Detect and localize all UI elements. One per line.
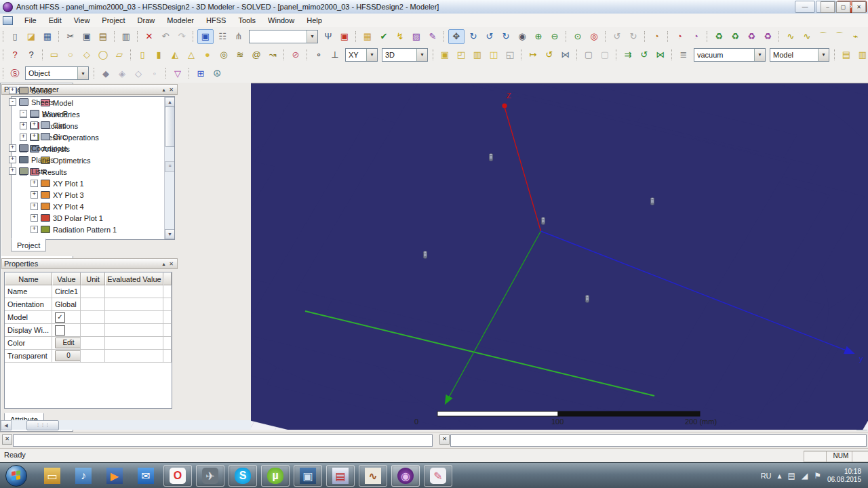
boolean-display-icon[interactable]: ⊞ ▾ xyxy=(193,66,208,80)
tray-network-icon[interactable]: ◢ xyxy=(802,471,808,481)
new-sheet-icon[interactable]: ▤ ▾ xyxy=(839,48,854,62)
selection-mode-combo[interactable]: Object ▾ xyxy=(25,66,89,80)
snap-arc-icon[interactable]: ⌒ ▾ xyxy=(816,30,831,43)
render-mode-icon[interactable]: ☮ ▾ xyxy=(210,66,224,80)
regenerate-all-icon[interactable]: ♻ ▾ xyxy=(728,30,743,43)
draw-cone-icon[interactable]: △ ▾ xyxy=(184,48,199,62)
draw-helix-icon[interactable]: ≋ ▾ xyxy=(233,48,248,62)
split-icon[interactable]: ◫ ▾ xyxy=(486,48,501,62)
subtract-icon[interactable]: ◰ ▾ xyxy=(454,48,469,62)
draw-rectangle-icon[interactable]: ▭ ▾ xyxy=(47,48,62,62)
draw-plane-icon[interactable]: ⊥ ▾ xyxy=(328,48,342,62)
move-icon[interactable]: ↦ ▾ xyxy=(526,48,540,62)
validate-icon[interactable]: ✔ ▾ xyxy=(376,30,391,43)
jet-icon[interactable]: ✈ xyxy=(196,465,224,487)
mdi-minimize-button[interactable]: – xyxy=(821,1,835,13)
expand-icon[interactable]: + xyxy=(9,144,16,152)
paint-icon[interactable]: ✎ xyxy=(424,465,452,487)
draw-torus-icon[interactable]: ◎ ▾ xyxy=(216,48,231,62)
opera-icon[interactable]: O xyxy=(163,465,192,487)
model-type-combo[interactable]: Model ▾ xyxy=(770,48,829,62)
rotate-screen-icon[interactable]: ↻ ▾ xyxy=(498,30,513,43)
draw-polyhedron-icon[interactable]: ◭ ▾ xyxy=(167,48,182,62)
select-vertex-icon[interactable]: ◦ ▾ xyxy=(147,66,162,80)
draw-polyline-icon[interactable]: ▱ ▾ xyxy=(112,48,127,62)
print-icon[interactable]: ▥ ▾ xyxy=(119,30,134,43)
draw-box-icon[interactable]: ▮ ▾ xyxy=(151,48,166,62)
menu-item[interactable]: Tools xyxy=(232,15,262,26)
snap-mode-icon[interactable]: ∿ ▾ xyxy=(783,30,798,43)
skype-icon[interactable]: S xyxy=(229,465,257,487)
select-object-icon[interactable]: ◆ ▾ xyxy=(98,66,113,80)
combo-dropdown-icon[interactable]: ▾ xyxy=(416,49,427,61)
menu-item[interactable]: Project xyxy=(96,15,131,26)
message-field-right[interactable] xyxy=(450,434,867,447)
validation-icon[interactable]: ▣ ▾ xyxy=(197,29,214,44)
separate-bodies-icon[interactable]: ◱ ▾ xyxy=(502,48,517,62)
draw-equation-curve-icon[interactable]: ↝ ▾ xyxy=(265,48,280,62)
volume-icon[interactable]: ♪ xyxy=(70,466,97,486)
expand-icon[interactable]: + xyxy=(31,121,38,129)
mirror-icon[interactable]: ⋈ ▾ xyxy=(558,48,573,62)
snap-grid-icon[interactable]: ∿ ▾ xyxy=(800,30,814,43)
edit-sources-icon[interactable]: ▣ ▾ xyxy=(337,30,352,43)
close-message-icon[interactable]: ✕ xyxy=(439,434,450,445)
snap-point-icon[interactable]: ⌁ ▾ xyxy=(848,30,863,43)
draw-circle-icon[interactable]: ○ ▾ xyxy=(63,48,78,62)
start-button[interactable] xyxy=(5,465,27,487)
undo-icon[interactable]: ↶ ▾ xyxy=(158,30,173,43)
results-icon[interactable]: ▨ ▾ xyxy=(409,30,424,43)
drawing-plane-combo[interactable]: XY ▾ xyxy=(345,48,378,62)
media-player-icon[interactable]: ▶ xyxy=(101,466,128,486)
explorer-icon[interactable]: ▭ xyxy=(39,466,66,486)
menu-item[interactable]: Edit xyxy=(43,15,68,26)
menu-item[interactable]: Help xyxy=(300,15,328,26)
duplicate-line-icon[interactable]: ⇉ ▾ xyxy=(620,48,635,62)
view-redo-icon[interactable]: ↻ ▾ xyxy=(626,30,641,43)
combo-dropdown-icon[interactable]: ▾ xyxy=(818,49,829,61)
rotate-model-icon[interactable]: ↻ ▾ xyxy=(466,30,481,43)
expand-icon[interactable]: + xyxy=(9,87,16,94)
select-edge-icon[interactable]: ◇ ▾ xyxy=(131,66,146,80)
redo-icon[interactable]: ↷ ▾ xyxy=(174,30,189,43)
menu-item[interactable]: File xyxy=(18,15,43,26)
zoom-out-icon[interactable]: ⊖ ▾ xyxy=(547,30,562,43)
draw-sweep-icon[interactable]: ⊘ ▾ xyxy=(288,48,303,62)
message-field-left[interactable] xyxy=(13,434,433,447)
combo-dropdown-icon[interactable]: ▾ xyxy=(307,30,317,43)
help-pointer-icon[interactable]: ? ▾ xyxy=(7,48,22,62)
profiles-icon[interactable]: ☷ ▾ xyxy=(215,30,230,43)
zoom-window-icon[interactable]: ⊙ ▾ xyxy=(570,30,585,43)
mail-icon[interactable]: ✉ xyxy=(132,466,159,486)
mdi-restore-button[interactable]: ▢ xyxy=(836,1,850,13)
draw-spiral-icon[interactable]: @ ▾ xyxy=(249,48,264,62)
cover-lines-icon[interactable]: ▢ ▾ xyxy=(581,48,596,62)
draw-polygon-icon[interactable]: ◇ ▾ xyxy=(79,48,94,62)
rotate-copy-icon[interactable]: ↺ ▾ xyxy=(542,48,557,62)
combo-dropdown-icon[interactable]: ▾ xyxy=(366,49,377,61)
expand-icon[interactable]: + xyxy=(9,167,16,175)
unite-icon[interactable]: ▣ ▾ xyxy=(437,48,452,62)
status-s-icon[interactable]: Ⓢ ▾ xyxy=(7,66,22,80)
reset-icon[interactable]: ♻ ▾ xyxy=(744,30,759,43)
ansoft-hfss-icon[interactable]: ◉ xyxy=(391,465,420,487)
floppy-save-icon[interactable]: ▤ xyxy=(326,465,355,487)
cut-icon[interactable]: ✂ ▾ xyxy=(63,30,78,43)
rotate-center-icon[interactable]: ↺ ▾ xyxy=(482,30,497,43)
matrix-data-icon[interactable]: ▦ ▾ xyxy=(360,30,375,43)
duplicate-axis-icon[interactable]: ↺ ▾ xyxy=(637,48,652,62)
delete-icon[interactable]: ✕ ▾ xyxy=(142,30,157,43)
snap-tangent-icon[interactable]: ⌒ ▾ xyxy=(832,30,847,43)
reset-all-icon[interactable]: ♻ ▾ xyxy=(760,30,775,43)
language-indicator[interactable]: RU xyxy=(761,472,772,480)
modeler-3d-viewport[interactable]: Z y 0 100 200 (mm) xyxy=(251,83,868,430)
close-message-icon[interactable]: ✕ xyxy=(2,434,12,445)
expand-icon[interactable]: - xyxy=(20,110,27,117)
menu-item[interactable]: View xyxy=(68,15,96,26)
history-clock-icon[interactable]: ◔ ▾ xyxy=(649,30,664,43)
uncover-faces-icon[interactable]: ▢ ▾ xyxy=(597,48,612,62)
save-icon[interactable]: ▦ ▾ xyxy=(40,30,55,43)
scrollbar-thumb[interactable]: ⋮⋮⋮ xyxy=(26,420,59,430)
tray-clipboard-icon[interactable]: ▤ xyxy=(788,471,795,481)
draw-sphere-icon[interactable]: ● ▾ xyxy=(200,48,215,62)
